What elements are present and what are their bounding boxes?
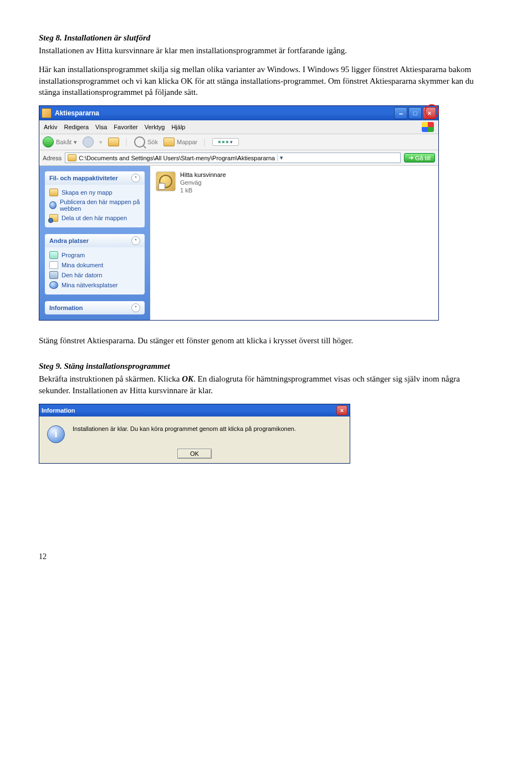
panel-header[interactable]: Andra platser ˄	[45, 234, 145, 247]
menu-visa[interactable]: Visa	[95, 124, 107, 130]
menu-hjalp[interactable]: Hjälp	[171, 124, 185, 130]
sidebar-item-label: Mina dokument	[62, 262, 103, 268]
chevron-down-icon: ▾	[74, 139, 77, 146]
folder-tree-icon	[163, 138, 175, 146]
shortcut-icon	[156, 171, 176, 191]
file-size: 1 kB	[180, 187, 226, 195]
addressbar: Adress C:\Documents and Settings\All Use…	[39, 150, 438, 166]
menu-favoriter[interactable]: Favoriter	[114, 124, 137, 130]
step8-para1: Installationen av Hitta kursvinnare är k…	[39, 45, 493, 56]
menu-verktyg[interactable]: Verktyg	[145, 124, 165, 130]
dialog-close-button[interactable]: ×	[336, 405, 347, 415]
window-title: Aktiespararna	[55, 109, 99, 117]
computer-icon	[49, 271, 58, 279]
expand-icon[interactable]: ˅	[131, 303, 140, 312]
step8-heading: Steg 8. Installationen är slutförd	[39, 33, 493, 43]
step9-heading: Steg 9. Stäng installationsprogrammet	[39, 362, 493, 371]
info-dialog: Information × i Installationen är klar. …	[39, 404, 350, 464]
search-button[interactable]: Sök	[134, 136, 158, 148]
go-label: Gå till	[415, 155, 431, 161]
globe-icon	[49, 201, 57, 209]
sidebar-item-network[interactable]: Mina nätverksplatser	[49, 280, 140, 290]
minimize-button[interactable]: ‒	[394, 107, 407, 119]
back-icon	[43, 136, 54, 148]
sidebar-item-label: Mina nätverksplatser	[62, 282, 118, 288]
titlebar[interactable]: Aktiespararna ‒ □ ×	[39, 106, 438, 120]
new-folder-icon	[49, 189, 58, 196]
sidebar-item-label: Publicera den här mappen på webben	[60, 199, 140, 212]
sidebar-item-label: Den här datorn	[62, 272, 102, 278]
panel-header[interactable]: Fil- och mappaktiviteter ˄	[45, 171, 145, 185]
folder-icon	[42, 108, 52, 118]
sidebar-item-label: Dela ut den här mappen	[62, 215, 127, 221]
folders-label: Mappar	[177, 139, 197, 145]
sidebar-item-label: Program	[62, 252, 85, 258]
menu-redigera[interactable]: Redigera	[64, 124, 89, 130]
panel-information: Information ˅	[45, 301, 145, 314]
collapse-icon[interactable]: ˄	[131, 236, 140, 245]
panel-title: Fil- och mappaktiviteter	[49, 175, 117, 181]
toolbar: Bakåt ▾ ▾ │ Sök Mappar │ ▾	[39, 134, 438, 150]
sidebar-item-publish[interactable]: Publicera den här mappen på webben	[49, 197, 140, 213]
sidebar-item-mydocs[interactable]: Mina dokument	[49, 260, 140, 270]
step9-para: Bekräfta instruktionen på skärmen. Klick…	[39, 373, 493, 396]
collapse-icon[interactable]: ˄	[131, 174, 140, 182]
file-type: Genväg	[180, 179, 226, 187]
sidebar-item-label: Skapa en ny mapp	[62, 189, 112, 196]
share-icon	[49, 214, 58, 222]
step9-prefix: Bekräfta instruktionen på skärmen. Klick…	[39, 374, 182, 383]
search-label: Sök	[147, 139, 158, 145]
chevron-down-icon: ▾	[230, 139, 233, 145]
info-icon: i	[47, 425, 65, 443]
panel-header[interactable]: Information ˅	[45, 301, 145, 314]
dialog-title: Information	[42, 407, 75, 414]
page-number: 12	[39, 552, 493, 561]
close-highlight-icon	[424, 104, 439, 119]
address-dropdown[interactable]: ▾	[277, 154, 285, 161]
file-item[interactable]: Hitta kursvinnare Genväg 1 kB	[156, 171, 433, 194]
menu-arkiv[interactable]: Arkiv	[44, 124, 57, 130]
explorer-window: Aktiespararna ‒ □ × Arkiv Redigera Visa …	[39, 105, 439, 321]
documents-icon	[49, 261, 58, 269]
up-folder-icon[interactable]	[108, 138, 119, 146]
file-name: Hitta kursvinnare	[180, 171, 226, 179]
address-path: C:\Documents and Settings\All Users\Star…	[79, 155, 275, 161]
step9-ok-word: OK	[182, 374, 193, 383]
go-arrow-icon: ➜	[408, 154, 413, 161]
sidebar-item-program[interactable]: Program	[49, 250, 140, 260]
chevron-down-icon: ▾	[99, 139, 103, 146]
panel-title: Andra platser	[49, 237, 89, 244]
sidebar: Fil- och mappaktiviteter ˄ Skapa en ny m…	[39, 166, 150, 320]
file-list[interactable]: Hitta kursvinnare Genväg 1 kB	[150, 166, 438, 320]
sidebar-item-mycomputer[interactable]: Den här datorn	[49, 270, 140, 280]
close-button[interactable]: ×	[423, 107, 436, 119]
address-input[interactable]: C:\Documents and Settings\All Users\Star…	[65, 153, 401, 163]
program-icon	[49, 251, 58, 259]
ok-button[interactable]: OK	[177, 449, 212, 459]
step8-para2: Här kan installationsprogrammet skilja s…	[39, 64, 493, 98]
sidebar-item-new-folder[interactable]: Skapa en ny mapp	[49, 187, 140, 197]
panel-other-places: Andra platser ˄ Program Mina dokument De…	[45, 234, 145, 294]
after-explorer-text: Stäng fönstret Aktiespararna. Du stänger…	[39, 335, 493, 346]
go-button[interactable]: ➜ Gå till	[404, 153, 435, 162]
panel-file-tasks: Fil- och mappaktiviteter ˄ Skapa en ny m…	[45, 171, 145, 227]
back-label: Bakåt	[56, 139, 71, 145]
back-button[interactable]: Bakåt ▾	[43, 136, 77, 148]
windows-logo-icon	[422, 122, 434, 132]
views-button[interactable]: ▾	[212, 138, 239, 146]
sidebar-item-share[interactable]: Dela ut den här mappen	[49, 213, 140, 223]
address-label: Adress	[43, 155, 62, 161]
network-icon	[49, 281, 58, 289]
dialog-titlebar[interactable]: Information ×	[39, 404, 350, 417]
folder-icon	[68, 154, 76, 161]
panel-title: Information	[49, 304, 83, 311]
folders-button[interactable]: Mappar	[163, 138, 197, 146]
maximize-button[interactable]: □	[408, 107, 422, 119]
menubar: Arkiv Redigera Visa Favoriter Verktyg Hj…	[39, 120, 438, 134]
search-icon	[134, 136, 145, 148]
forward-icon[interactable]	[83, 136, 94, 148]
dialog-text: Installationen är klar. Du kan köra prog…	[73, 425, 296, 432]
